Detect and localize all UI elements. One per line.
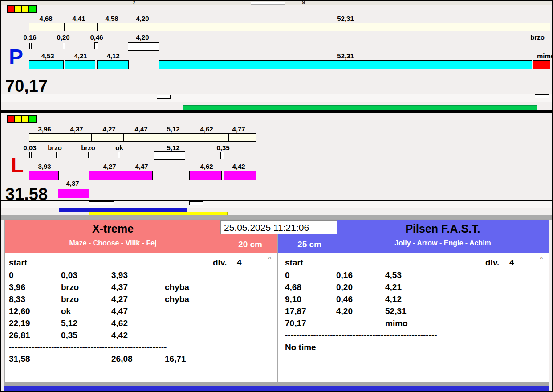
result-cell: 4,47 — [111, 306, 128, 316]
p-split-bar — [29, 23, 550, 31]
l-run-label: 3,93 — [38, 163, 51, 170]
toolbar-text-fragment: y — [133, 1, 136, 4]
result-cell: 3,96 — [9, 282, 25, 292]
l-run-label: 4,42 — [232, 163, 245, 170]
segment-divider — [159, 23, 159, 31]
l-run-label: 4,47 — [135, 163, 148, 170]
p-reaction-label: 0,20 — [57, 33, 69, 41]
left-total-cell: 16,71 — [165, 354, 186, 364]
l-reaction-label: 0,03 — [23, 144, 36, 151]
result-cell: 5,12 — [61, 318, 77, 328]
p-total-time: 70,17 — [5, 78, 48, 94]
lane-l-letter: L — [11, 155, 24, 176]
l-extra-split-label: 4,37 — [66, 180, 79, 187]
p-track-strip — [1, 94, 552, 102]
segment-divider — [91, 134, 92, 141]
right-div-value: 4 — [509, 258, 514, 268]
p-reaction-label: 0,46 — [90, 33, 103, 41]
right-start-label: start — [285, 258, 303, 268]
segment-divider — [157, 134, 157, 141]
result-cell: 17,87 — [285, 306, 306, 316]
p-run-segment — [65, 60, 95, 69]
result-cell: 4,37 — [111, 282, 128, 292]
p-tick-marker — [94, 42, 98, 49]
light-red-icon — [8, 6, 15, 12]
p-split-label: 4,58 — [105, 15, 118, 22]
left-team-name: X-treme — [5, 222, 220, 235]
result-cell: 3,93 — [111, 270, 128, 280]
l-run-segment — [58, 189, 89, 198]
p-split-label: 4,68 — [39, 15, 52, 22]
result-cell: 4,21 — [385, 282, 402, 292]
p-run-label: 4,21 — [74, 52, 87, 60]
l-reaction-label: 5,12 — [167, 144, 179, 151]
toolbar-separator — [293, 1, 293, 5]
l-early-flag: brzo — [48, 144, 62, 151]
p-split-label: 4,41 — [72, 15, 85, 22]
result-cell: 22,19 — [9, 318, 30, 328]
p-split-label: 4,20 — [136, 15, 149, 22]
p-run-segment — [29, 60, 64, 69]
l-tick-marker — [56, 152, 58, 158]
l-run-label: 4,27 — [103, 163, 116, 170]
toolbar-separator — [172, 1, 172, 5]
p-penalty-segment — [533, 60, 550, 69]
l-tick-marker — [118, 152, 120, 158]
l-run-segment — [189, 171, 222, 180]
p-progress-bar — [183, 105, 537, 110]
result-cell: chyba — [165, 282, 189, 292]
result-cell: 4,53 — [385, 270, 402, 280]
p-early-flag: brzo — [530, 33, 545, 41]
l-tick-marker — [29, 152, 32, 158]
left-total-cell: 26,08 — [111, 354, 133, 364]
left-total-cell: 31,58 — [9, 354, 30, 364]
l-early-flag: brzo — [81, 144, 95, 151]
l-run-segment — [29, 171, 59, 180]
l-tick-marker — [220, 152, 224, 159]
left-div-label: div. — [213, 258, 227, 268]
result-cell: 12,60 — [9, 306, 30, 316]
segment-divider — [228, 134, 229, 141]
result-cell: 4,20 — [336, 306, 353, 316]
p-run-label: 4,12 — [106, 52, 119, 60]
left-start-label: start — [9, 258, 27, 268]
l-progress-bar-yellow — [89, 212, 228, 215]
lane-divider — [1, 110, 552, 113]
toolbar-separator — [327, 1, 327, 5]
p-tick-marker — [29, 43, 32, 49]
result-cell: 4,62 — [111, 318, 128, 328]
left-team-members: Maze - Choose - Vilik - Fej — [5, 239, 220, 247]
result-cell: brzo — [61, 282, 79, 292]
p-track-marker — [157, 95, 171, 99]
l-ok-flag: ok — [115, 144, 123, 151]
bottom-status-strip — [4, 386, 549, 391]
p-run-segment — [159, 60, 532, 69]
l-run-segment — [121, 171, 153, 180]
traffic-light-p — [7, 5, 37, 13]
separator-line: ----------------------------------------… — [9, 343, 167, 352]
scroll-up-icon[interactable]: ^ — [268, 255, 272, 262]
segment-divider — [59, 134, 59, 141]
left-results-panel: start div. 4 ^ 0 0,03 3,93 3,96 brzo 4,3… — [5, 253, 277, 382]
l-reaction-label: 0,35 — [216, 144, 229, 151]
right-team-name: Pilsen F.A.S.T. — [337, 222, 549, 235]
segment-divider — [123, 134, 124, 141]
p-reaction-label: 0,16 — [23, 33, 36, 41]
right-result-text: No time — [285, 343, 316, 352]
scroll-up-icon[interactable]: ^ — [540, 255, 543, 262]
lane-p-letter: P — [9, 46, 23, 68]
segment-divider — [97, 23, 98, 31]
p-split-label: 52,31 — [337, 15, 354, 22]
l-exchange-zone — [154, 151, 185, 160]
p-run-label: 52,31 — [337, 52, 354, 60]
datetime-display: 25.05.2025 11:21:06 — [220, 220, 337, 234]
p-run-label: 4,53 — [41, 52, 54, 60]
result-cell: 0,35 — [61, 331, 77, 340]
p-reaction-label: 4,20 — [136, 33, 149, 41]
right-team-members: Jolly - Arrow - Engie - Achim — [337, 239, 549, 247]
segment-divider — [195, 134, 195, 141]
result-cell: 4,42 — [111, 331, 128, 340]
l-tick-marker — [88, 152, 90, 158]
l-progress-bar-blue — [59, 208, 187, 212]
p-exchange-zone — [128, 42, 159, 51]
